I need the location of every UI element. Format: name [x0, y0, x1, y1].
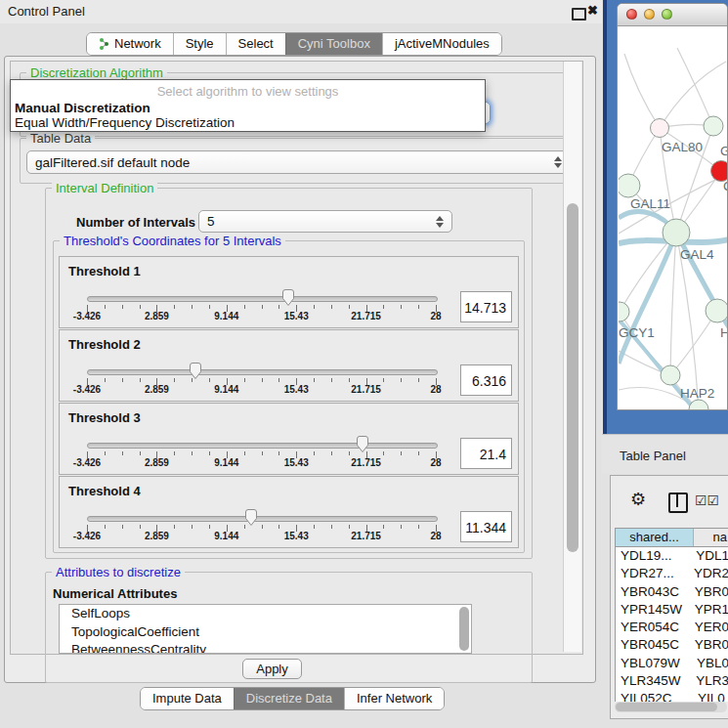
- gear-icon[interactable]: ⚙: [630, 491, 646, 508]
- slider-tick: [262, 525, 263, 529]
- zoom-traffic-light-icon[interactable]: [662, 9, 672, 20]
- tab-discretize-data[interactable]: Discretize Data: [234, 688, 344, 709]
- tab-label: jActiveMNodules: [395, 33, 490, 55]
- cell-name: YPR1: [691, 601, 728, 619]
- float-window-icon[interactable]: [572, 8, 586, 21]
- cell-name: YBL0: [693, 655, 728, 672]
- column-layout-icon[interactable]: [668, 492, 688, 513]
- cell-shared-name: YBL079W: [616, 655, 693, 672]
- network-node[interactable]: [663, 219, 690, 246]
- screenshot-root: Control Panel ✖ NetworkStyleSelectCyni T…: [0, 0, 728, 728]
- dropdown-option-equal-width[interactable]: Equal Width/Frequency Discretization: [15, 115, 235, 130]
- table-row[interactable]: YBL079WYBL0: [616, 655, 728, 672]
- cell-shared-name: YDR27...: [616, 565, 690, 582]
- tab-infer-network[interactable]: Infer Network: [344, 688, 444, 709]
- slider-tick: [209, 525, 210, 529]
- table-row[interactable]: YPR145WYPR1: [616, 601, 728, 619]
- threshold-value-field[interactable]: 11.344: [460, 511, 512, 542]
- tab-style[interactable]: Style: [173, 33, 226, 55]
- network-canvas[interactable]: GAL80GACGAL11GAL4GCY1HHAP2: [619, 26, 728, 410]
- network-node[interactable]: [689, 400, 708, 410]
- slider-tick: [314, 525, 315, 529]
- tab-impute-data[interactable]: Impute Data: [141, 688, 234, 709]
- slider-tick: [105, 451, 106, 455]
- slider-tick: [122, 378, 123, 382]
- slider-tick: [314, 305, 315, 309]
- table-data-combobox[interactable]: galFiltered.sif default node: [26, 150, 571, 174]
- apply-button[interactable]: Apply: [242, 659, 302, 679]
- cell-shared-name: YIL052C: [616, 690, 694, 702]
- table-row[interactable]: YER054CYER0: [616, 619, 728, 636]
- attribute-item-topologicalcoefficient[interactable]: TopologicalCoefficient: [60, 623, 471, 642]
- tab-network[interactable]: Network: [87, 33, 173, 55]
- network-node[interactable]: [651, 119, 669, 138]
- control-panel-titlebar: Control Panel ✖: [0, 0, 602, 23]
- stepper-arrows-icon: [436, 216, 444, 228]
- slider-tick: [174, 305, 175, 309]
- tab-jactivemnodules[interactable]: jActiveMNodules: [382, 33, 501, 55]
- node-label-h: H: [720, 325, 728, 340]
- tab-label: Discretize Data: [246, 688, 332, 709]
- slider-tick: [262, 451, 263, 455]
- node-label-gal4: GAL4: [680, 247, 714, 262]
- panel-scrollbar-thumb[interactable]: [567, 203, 578, 552]
- table-row[interactable]: YDR27...YDR2: [616, 565, 728, 582]
- slider-tick: [418, 378, 419, 382]
- slider-tick: [383, 378, 384, 382]
- node-label-gal80: GAL80: [662, 140, 703, 154]
- network-window-titlebar[interactable]: [618, 4, 727, 26]
- threshold-value-field[interactable]: 6.316: [460, 364, 512, 396]
- slider-tick-label: 9.144: [195, 384, 258, 395]
- threshold-value-field[interactable]: 21.4: [460, 438, 512, 469]
- panel-title: Control Panel: [8, 4, 85, 19]
- tab-select[interactable]: Select: [226, 33, 285, 55]
- attribute-item-betweennesscentrality[interactable]: BetweennessCentrality: [60, 641, 471, 654]
- table-row[interactable]: YBR045CYBR0: [616, 636, 728, 654]
- network-node[interactable]: [704, 116, 723, 136]
- list-scrollbar-thumb[interactable]: [459, 607, 469, 651]
- select-columns-icon[interactable]: ☑☑: [695, 492, 719, 508]
- threshold-slider-track[interactable]: [87, 296, 438, 302]
- threshold-slider-handle[interactable]: [280, 288, 296, 307]
- num-intervals-combobox[interactable]: 5: [198, 210, 452, 233]
- tab-cyni-toolbox[interactable]: Cyni Toolbox: [285, 33, 382, 55]
- slider-tick: [331, 305, 332, 309]
- slider-tick: [174, 378, 175, 382]
- table-row[interactable]: YBR043CYBR0: [616, 583, 728, 601]
- close-icon[interactable]: ✖: [587, 3, 598, 18]
- table-panel-title: Table Panel: [620, 449, 686, 463]
- table-row[interactable]: YDL19...YDL1: [616, 547, 728, 565]
- minimize-traffic-light-icon[interactable]: [644, 9, 655, 20]
- slider-tick: [244, 525, 245, 529]
- threshold-slider-track[interactable]: [87, 369, 438, 375]
- threshold-value-field[interactable]: 14.713: [460, 291, 512, 322]
- slider-tick: [140, 525, 141, 529]
- cell-shared-name: YBR045C: [616, 636, 691, 654]
- numerical-attributes-heading: Numerical Attributes: [53, 586, 177, 601]
- column-header-shared-name[interactable]: shared...: [616, 529, 694, 546]
- slider-tick: [331, 451, 332, 455]
- threshold-slider-handle[interactable]: [355, 435, 370, 453]
- dropdown-option-manual[interactable]: Manual Discretization: [15, 101, 150, 115]
- attribute-item-selfloops[interactable]: SelfLoops: [60, 605, 471, 623]
- slider-tick: [122, 451, 123, 455]
- table-hscrollbar: [615, 702, 727, 712]
- threshold-slider-handle[interactable]: [243, 508, 259, 527]
- slider-tick: [140, 378, 141, 382]
- network-node[interactable]: [619, 302, 629, 321]
- column-header-name[interactable]: na: [694, 529, 728, 546]
- network-node[interactable]: [661, 365, 680, 385]
- network-node[interactable]: [706, 299, 728, 322]
- table-hscrollbar-thumb[interactable]: [616, 703, 717, 711]
- threshold-slider-track[interactable]: [87, 516, 438, 522]
- node-label-c: C: [723, 179, 728, 193]
- table-row[interactable]: YLR345WYLR3: [616, 672, 728, 690]
- network-node[interactable]: [619, 174, 640, 197]
- threshold-slider-track[interactable]: [87, 443, 438, 449]
- threshold-box: Threshold 1 14.713 -3.4262.8599.14415.43…: [59, 256, 519, 328]
- table-row[interactable]: YIL052CYIL0: [616, 690, 728, 702]
- table-panel-header: Table Panel: [602, 434, 728, 474]
- close-traffic-light-icon[interactable]: [626, 9, 637, 20]
- threshold-slider-handle[interactable]: [188, 362, 203, 380]
- slider-tick-label: 15.43: [265, 531, 327, 541]
